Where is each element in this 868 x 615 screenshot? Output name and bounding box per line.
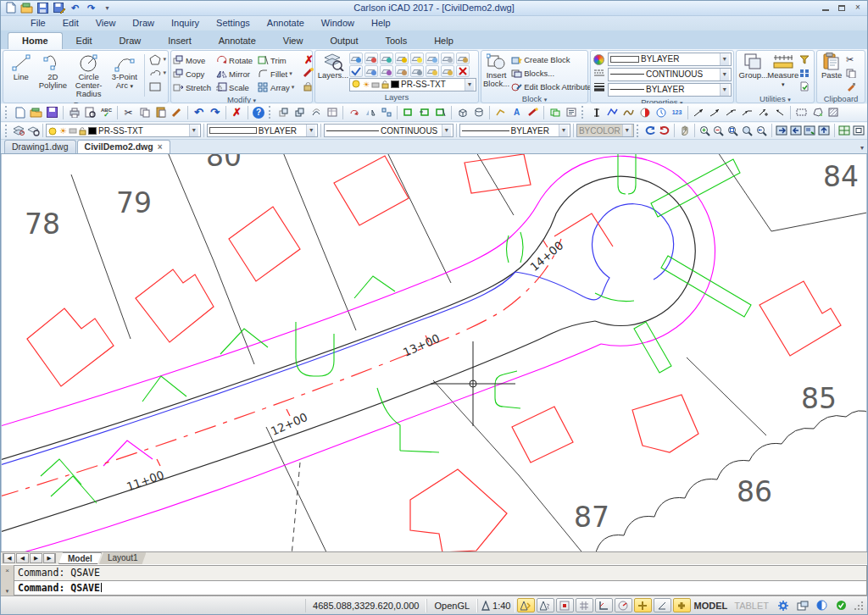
menu-view[interactable]: View <box>88 17 124 29</box>
layer-walk-icon[interactable] <box>364 65 378 77</box>
ribbon-tab-draw[interactable]: Draw <box>106 33 155 49</box>
insert-block-button[interactable]: Insert Block... <box>483 52 509 89</box>
doc-tab-civildemo2[interactable]: CivilDemo2.dwg× <box>77 140 170 153</box>
3-point-arc-button[interactable]: 3-Point Arc ▾ <box>108 52 141 91</box>
zoom-out-icon[interactable] <box>711 123 726 138</box>
lineweight-icon[interactable] <box>593 80 605 93</box>
layers-manager-button[interactable]: Layers... <box>317 52 349 80</box>
viewport-join-icon[interactable] <box>817 123 832 138</box>
model-space-toggle[interactable]: MODEL <box>691 601 732 611</box>
help-icon[interactable]: ? <box>253 107 264 119</box>
save-icon[interactable] <box>44 105 60 120</box>
undo-icon[interactable]: ↶ <box>68 2 82 14</box>
viewport-restore-icon[interactable] <box>788 123 803 138</box>
menu-window[interactable]: Window <box>314 17 362 29</box>
first-sheet-button[interactable]: ◀ <box>3 553 15 563</box>
revision-cloud-button[interactable]: ▾ <box>149 67 166 80</box>
menu-help[interactable]: Help <box>364 17 398 29</box>
layer-match-icon[interactable] <box>349 53 363 64</box>
ribbon-tab-view[interactable]: View <box>270 33 317 49</box>
trim-icon[interactable] <box>400 105 416 120</box>
offset-icon[interactable] <box>308 105 324 120</box>
polar-icon[interactable] <box>615 598 632 612</box>
drawing-canvas[interactable]: 78 79 80 84 85 86 87 11+00 12+00 13+00 1… <box>1 154 867 552</box>
layer-previous-icon[interactable] <box>380 65 393 77</box>
close-button[interactable]: × <box>851 3 865 14</box>
zoom-window-icon[interactable] <box>726 123 740 138</box>
layer-combo[interactable]: ☀ PR-SS-TXT ▾ <box>46 124 201 137</box>
sketch-icon[interactable] <box>620 105 637 120</box>
linetype-combo[interactable]: CONTINUOUS▾ <box>324 124 453 137</box>
layer-off-icon[interactable] <box>410 65 424 77</box>
model-tab[interactable]: Model <box>58 552 102 564</box>
grid-icon[interactable] <box>576 598 593 612</box>
break-icon[interactable] <box>432 105 448 120</box>
menu-annotate[interactable]: Annotate <box>259 17 312 29</box>
viewports-grid-icon[interactable] <box>837 123 851 138</box>
print-icon[interactable] <box>66 105 82 120</box>
lineweight-display-icon[interactable] <box>673 598 691 612</box>
layer-current-check-icon[interactable] <box>349 65 363 77</box>
pan-icon[interactable] <box>677 123 692 138</box>
leader-spline-icon[interactable] <box>707 105 723 120</box>
annotation-autoscale-icon[interactable] <box>537 598 554 612</box>
ribbon-tab-annotate[interactable]: Annotate <box>205 33 270 49</box>
maximize-button[interactable] <box>835 3 849 14</box>
print-preview-icon[interactable] <box>82 105 98 120</box>
filter-icon[interactable] <box>799 53 810 66</box>
ribbon-layer-combo[interactable]: ☀ PR-SS-TXT ▾ <box>349 78 476 91</box>
edit-text-icon[interactable]: A <box>509 105 525 120</box>
cut-icon[interactable]: ✂ <box>120 105 136 120</box>
lineweight-combo[interactable]: BYLAYER▾ <box>608 83 732 97</box>
layer-isolate-icon[interactable] <box>410 53 424 64</box>
menu-inquiry[interactable]: Inquiry <box>164 17 207 29</box>
polygon-button[interactable]: ▾ <box>149 53 166 66</box>
linetype-icon[interactable] <box>593 67 605 80</box>
view-redo-icon[interactable] <box>657 123 671 138</box>
layer-explorer-icon[interactable] <box>25 123 40 138</box>
otrack-icon[interactable] <box>654 598 671 612</box>
hatch-select-icon[interactable] <box>826 105 842 120</box>
viewport-named-icon[interactable] <box>803 123 817 138</box>
layer-freeze-isolate-icon[interactable] <box>426 53 439 64</box>
view-undo-icon[interactable] <box>643 123 658 138</box>
zoom-previous-icon[interactable] <box>754 123 769 138</box>
menu-draw[interactable]: Draw <box>125 17 162 29</box>
list-properties-icon[interactable] <box>563 105 579 120</box>
audit-icon[interactable] <box>799 80 810 93</box>
match-wand-icon[interactable] <box>525 105 541 120</box>
ribbon-tab-help[interactable]: Help <box>420 33 467 49</box>
online-status-icon[interactable] <box>813 598 831 612</box>
ribbon-tab-edit[interactable]: Edit <box>63 33 106 49</box>
group-button[interactable]: Group... <box>738 52 769 80</box>
prev-sheet-button[interactable]: ◀ <box>16 553 29 563</box>
new-icon[interactable] <box>12 105 28 120</box>
layers-dialog-icon[interactable] <box>12 123 26 138</box>
leader-tolerance-icon[interactable] <box>755 105 771 120</box>
renderer-label[interactable]: OpenGL <box>426 599 477 612</box>
fillet-button[interactable]: Fillet▾ <box>258 68 294 80</box>
blocks-button[interactable]: Blocks... <box>511 67 595 80</box>
doc-tab-drawing1[interactable]: Drawing1.dwg <box>4 140 76 153</box>
move-icon[interactable] <box>275 105 292 120</box>
edit-block-attributes-button[interactable]: Edit Block Attributes <box>511 80 595 93</box>
open-icon[interactable] <box>28 105 44 120</box>
resize-grip[interactable] <box>854 601 864 611</box>
layer-off-isolate-icon[interactable] <box>441 53 454 64</box>
coordinates-display[interactable]: 4685.088,3329.620,0.000 <box>305 599 426 612</box>
annotation-visibility-icon[interactable] <box>517 598 535 612</box>
copy-button[interactable]: Copy <box>173 68 211 80</box>
lineweight-combo[interactable]: BYLAYER▾ <box>459 124 570 137</box>
layer-isolate-lock-icon[interactable] <box>395 53 409 64</box>
annotation-scale[interactable]: 1:40 <box>477 599 515 612</box>
open-drawing-icon[interactable] <box>19 2 34 14</box>
command-history-icon[interactable]: ▼ <box>5 589 10 594</box>
ribbon-tab-insert[interactable]: Insert <box>154 33 205 49</box>
color-combo[interactable]: BYLAYER▾ <box>608 53 732 66</box>
unlock-icon[interactable] <box>303 80 314 93</box>
new-drawing-icon[interactable] <box>3 2 18 14</box>
paste-button[interactable]: Paste <box>819 52 844 80</box>
leader-arrow-icon[interactable] <box>771 105 787 120</box>
command-input[interactable]: Command: QSAVE <box>14 580 867 596</box>
match-properties-icon[interactable] <box>303 67 314 80</box>
